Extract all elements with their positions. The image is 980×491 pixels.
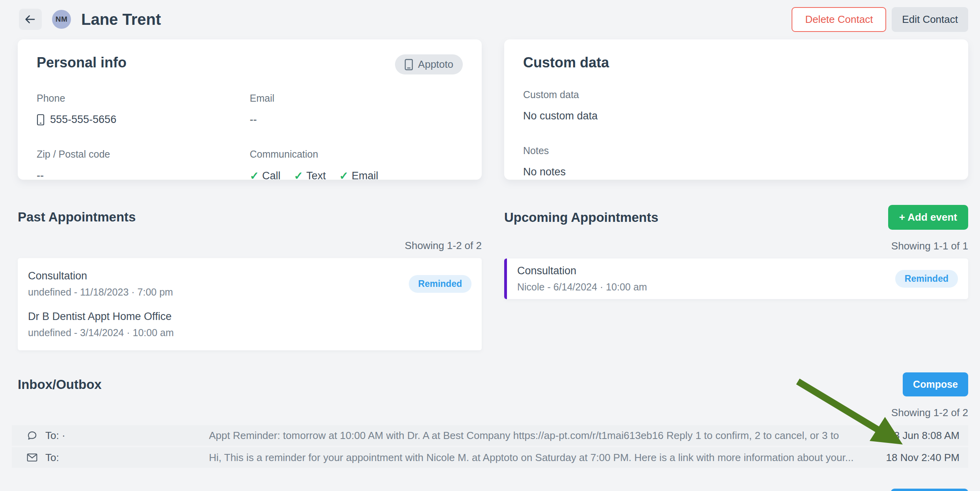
new-charge-button[interactable]: New Charge <box>891 489 968 491</box>
message-preview: Hi, This is a reminder for your appointm… <box>209 452 859 464</box>
appointment-title: Dr B Dentist Appt Home Office <box>28 311 174 323</box>
topbar: NM Lane Trent Delete Contact Edit Contac… <box>0 0 980 33</box>
tablet-icon <box>404 59 413 71</box>
reminded-badge: Reminded <box>895 270 958 288</box>
message-row[interactable]: To: Hi, This is a reminder for your appo… <box>12 447 968 468</box>
comm-option-text: ✓Text <box>294 169 326 182</box>
notes-label: Notes <box>523 145 949 156</box>
add-event-button[interactable]: + Add event <box>888 205 968 230</box>
check-icon: ✓ <box>294 169 303 182</box>
inbox-outbox-section: Inbox/Outbox Compose Showing 1-2 of 2 To… <box>12 372 968 468</box>
communication-label: Communication <box>250 149 463 160</box>
notes-value: No notes <box>523 166 949 178</box>
back-button[interactable] <box>19 9 42 30</box>
zip-field: Zip / Postal code -- <box>37 149 250 182</box>
email-label: Email <box>250 93 463 104</box>
phone-field: Phone 555-555-5656 <box>37 93 250 126</box>
appointment-title: Consultation <box>28 270 173 282</box>
showing-count: Showing 1-1 of 1 <box>504 240 968 252</box>
phone-label: Phone <box>37 93 250 104</box>
message-timestamp: 13 Jun 8:08 AM <box>859 430 960 442</box>
personal-info-title: Personal info <box>37 54 127 71</box>
communication-field: Communication ✓Call ✓Text ✓Email <box>250 149 463 182</box>
email-field: Email -- <box>250 93 463 126</box>
edit-contact-button[interactable]: Edit Contact <box>892 7 968 32</box>
zip-value: -- <box>37 169 250 182</box>
check-icon: ✓ <box>250 169 259 182</box>
comm-call-label: Call <box>262 170 281 182</box>
custom-data-value: No custom data <box>523 110 949 122</box>
payments-section: Payments New Charge No payments found. <box>18 488 968 491</box>
custom-data-title: Custom data <box>523 54 609 71</box>
arrow-left-icon <box>24 13 36 25</box>
delete-contact-button[interactable]: Delete Contact <box>792 7 886 32</box>
custom-data-label: Custom data <box>523 89 949 100</box>
appointment-subtitle: Nicole - 6/14/2024 · 10:00 am <box>517 281 647 293</box>
custom-data-card: Custom data Custom data No custom data N… <box>504 39 968 180</box>
message-row[interactable]: To: · Appt Reminder: tomorrow at 10:00 A… <box>12 425 968 446</box>
showing-count: Showing 1-2 of 2 <box>18 240 482 252</box>
avatar: NM <box>52 10 71 29</box>
check-icon: ✓ <box>339 169 348 182</box>
past-appointments-list: Consultation undefined - 11/18/2023 · 7:… <box>18 258 482 350</box>
inbox-outbox-title: Inbox/Outbox <box>18 377 102 392</box>
message-to-label: To: <box>45 452 59 464</box>
compose-button[interactable]: Compose <box>903 372 968 396</box>
appointment-item[interactable]: Consultation Nicole - 6/14/2024 · 10:00 … <box>504 259 968 299</box>
zip-label: Zip / Postal code <box>37 149 250 160</box>
mobile-phone-icon <box>37 114 45 126</box>
upcoming-appointments-list: Consultation Nicole - 6/14/2024 · 10:00 … <box>504 259 968 299</box>
appointment-item[interactable]: Dr B Dentist Appt Home Office undefined … <box>28 304 471 345</box>
comm-option-call: ✓Call <box>250 169 281 182</box>
message-to-label: To: · <box>45 430 65 442</box>
badge-label: Apptoto <box>418 58 453 71</box>
message-timestamp: 18 Nov 2:40 PM <box>859 452 960 464</box>
past-appointments-section: Past Appointments Showing 1-2 of 2 Consu… <box>18 205 482 350</box>
apptoto-source-badge: Apptoto <box>395 54 463 74</box>
comm-email-label: Email <box>352 170 378 182</box>
notes-field: Notes No notes <box>523 145 949 178</box>
appointment-title: Consultation <box>517 265 647 277</box>
appointment-item[interactable]: Consultation undefined - 11/18/2023 · 7:… <box>28 264 471 304</box>
envelope-icon <box>27 453 37 462</box>
phone-value: 555-555-5656 <box>50 113 116 126</box>
comm-text-label: Text <box>306 170 326 182</box>
past-appointments-title: Past Appointments <box>18 210 136 225</box>
showing-count: Showing 1-2 of 2 <box>12 407 968 419</box>
page-title: Lane Trent <box>81 11 161 28</box>
chat-bubble-icon <box>27 430 37 441</box>
reminded-badge: Reminded <box>409 275 471 293</box>
comm-option-email: ✓Email <box>339 169 378 182</box>
upcoming-appointments-title: Upcoming Appointments <box>504 210 658 225</box>
message-preview: Appt Reminder: tomorrow at 10:00 AM with… <box>209 430 859 442</box>
upcoming-appointments-section: Upcoming Appointments + Add event Showin… <box>504 205 968 299</box>
personal-info-card: Personal info Apptoto Phone 555-555-5656… <box>18 39 482 180</box>
custom-data-field: Custom data No custom data <box>523 89 949 122</box>
appointment-subtitle: undefined - 11/18/2023 · 7:00 pm <box>28 286 173 298</box>
email-value: -- <box>250 113 463 126</box>
appointment-subtitle: undefined - 3/14/2024 · 10:00 am <box>28 327 174 338</box>
